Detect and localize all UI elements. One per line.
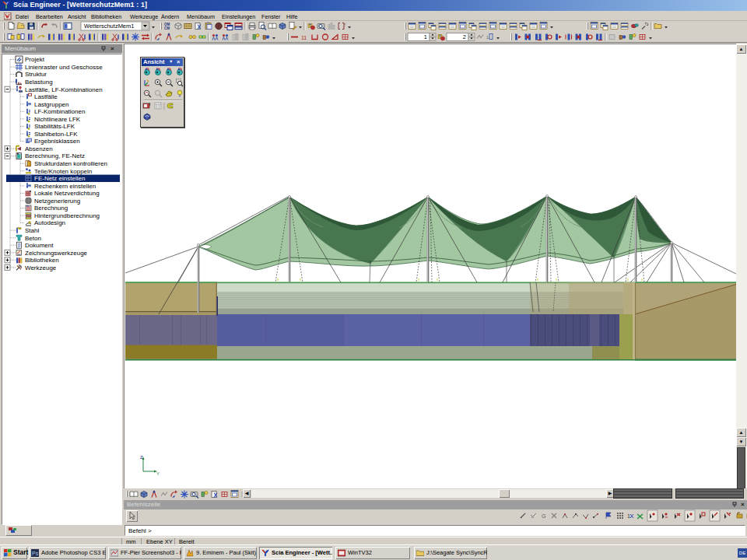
- svg-text:Z: Z: [140, 455, 143, 460]
- svg-text:Lokale Netzverdichtung: Lokale Netzverdichtung: [34, 190, 100, 197]
- svg-text:Absenzen: Absenzen: [25, 145, 53, 152]
- svg-text:Linienraster und Geschosse: Linienraster und Geschosse: [25, 64, 103, 71]
- svg-text:Bibliotheken: Bibliotheken: [25, 257, 59, 264]
- svg-text:1:: 1:: [486, 35, 489, 40]
- svg-text:WetterschutzMem1: WetterschutzMem1: [84, 23, 134, 30]
- svg-text:Dokument: Dokument: [25, 242, 54, 249]
- svg-text:?: ?: [344, 23, 346, 26]
- svg-text:Lastfälle: Lastfälle: [34, 93, 58, 100]
- svg-text:Belastung: Belastung: [25, 79, 53, 86]
- svg-text:Berechnung: Berechnung: [34, 205, 68, 212]
- svg-text:Stahl: Stahl: [25, 227, 39, 234]
- svg-text:Lastgruppen: Lastgruppen: [34, 101, 68, 108]
- svg-text:Strukturdaten kontrollieren: Strukturdaten kontrollieren: [34, 160, 107, 167]
- svg-text:1: 1: [424, 33, 427, 40]
- svg-text:Netzgenerierung: Netzgenerierung: [34, 198, 80, 205]
- svg-text:Rechenkern einstellen: Rechenkern einstellen: [34, 183, 96, 190]
- svg-text:Stahlbeton-LFK: Stahlbeton-LFK: [34, 131, 78, 138]
- svg-text:11: 11: [301, 35, 307, 40]
- svg-text:CM: CM: [164, 26, 170, 30]
- svg-text:Projekt: Projekt: [25, 56, 45, 63]
- svg-text:LF-Kombinationen: LF-Kombinationen: [34, 108, 85, 115]
- svg-text:Berechnung, FE-Netz: Berechnung, FE-Netz: [25, 152, 85, 159]
- svg-text:Nichtlineare LFK: Nichtlineare LFK: [34, 116, 81, 123]
- svg-text:Werkzeuge: Werkzeuge: [25, 264, 57, 271]
- svg-text:FE-Netz einstellen: FE-Netz einstellen: [34, 175, 85, 182]
- svg-text:Struktur: Struktur: [25, 71, 47, 78]
- svg-text:Hintergrundberechnung: Hintergrundberechnung: [34, 212, 100, 219]
- svg-text:Autodesign: Autodesign: [34, 219, 65, 226]
- svg-text:Y: Y: [156, 471, 160, 476]
- svg-text:Teile/Knoten koppeln: Teile/Knoten koppeln: [34, 168, 92, 175]
- svg-text:G: G: [542, 513, 545, 519]
- svg-text:Ps: Ps: [32, 551, 39, 556]
- svg-text:Lastfälle, LF-Kombinationen: Lastfälle, LF-Kombinationen: [25, 86, 103, 93]
- svg-text:1: 1: [627, 513, 630, 519]
- svg-text:Zeichnungswerkzeuge: Zeichnungswerkzeuge: [25, 250, 88, 257]
- svg-text:2: 2: [463, 33, 466, 40]
- svg-text:Beton: Beton: [25, 235, 41, 242]
- svg-text:Ergebnisklassen: Ergebnisklassen: [34, 138, 80, 145]
- svg-text:Stabilitäts-LFK: Stabilitäts-LFK: [34, 123, 75, 130]
